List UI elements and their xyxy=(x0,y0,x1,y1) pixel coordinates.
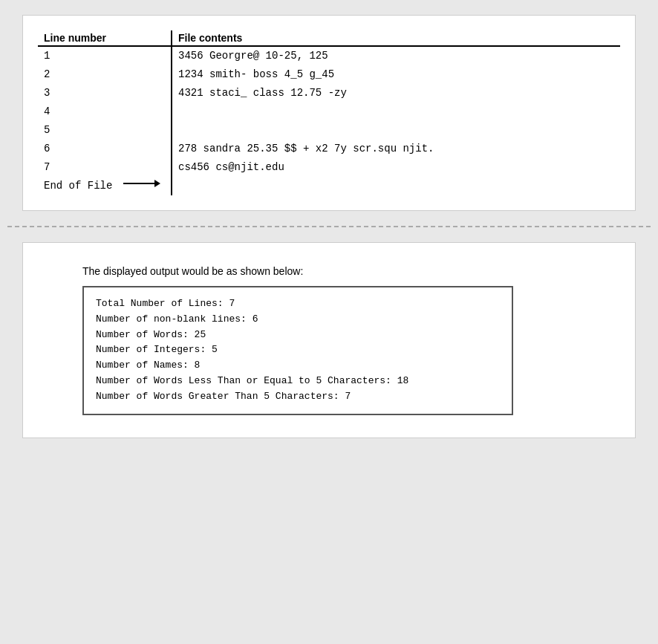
line-number-cell: 1 xyxy=(38,46,172,65)
output-line: Number of Integers: 5 xyxy=(96,342,500,358)
table-row: 21234 smith- boss 4_5 g_45 xyxy=(38,65,620,84)
file-content-cell: 278 sandra 25.35 $$ + x2 7y scr.squ njit… xyxy=(172,140,620,158)
output-line: Number of Words Greater Than 5 Character… xyxy=(96,389,500,405)
file-content-cell: 4321 staci_ class 12.75 -zy xyxy=(172,84,620,103)
file-viewer-panel: Line number File contents 13456 Georgre@… xyxy=(22,15,636,211)
arrow-icon xyxy=(123,178,160,189)
line-number-cell: 7 xyxy=(38,158,172,177)
file-content-cell xyxy=(172,121,620,140)
line-number-cell: 3 xyxy=(38,84,172,103)
file-content-cell: 1234 smith- boss 4_5 g_45 xyxy=(172,65,620,84)
table-row: 5 xyxy=(38,121,620,140)
output-label: The displayed output would be as shown b… xyxy=(82,265,620,277)
table-row: 34321 staci_ class 12.75 -zy xyxy=(38,84,620,103)
output-line: Total Number of Lines: 7 xyxy=(96,296,500,312)
table-row: 7cs456 cs@njit.edu xyxy=(38,158,620,177)
output-box: Total Number of Lines: 7Number of non-bl… xyxy=(82,286,513,415)
output-line: Number of non-blank lines: 6 xyxy=(96,312,500,328)
file-content-cell: cs456 cs@njit.edu xyxy=(172,158,620,177)
section-divider xyxy=(7,226,651,227)
output-line: Number of Words: 25 xyxy=(96,328,500,343)
output-line: Number of Words Less Than or Equal to 5 … xyxy=(96,374,500,389)
output-line: Number of Names: 8 xyxy=(96,358,500,374)
line-number-cell: End of File xyxy=(38,177,172,195)
file-content-cell xyxy=(172,103,620,121)
line-number-header: Line number xyxy=(38,30,172,46)
table-row: End of File xyxy=(38,177,620,195)
line-number-cell: 5 xyxy=(38,121,172,140)
line-number-cell: 4 xyxy=(38,103,172,121)
file-contents-header: File contents xyxy=(172,30,620,46)
table-row: 6278 sandra 25.35 $$ + x2 7y scr.squ nji… xyxy=(38,140,620,158)
output-panel: The displayed output would be as shown b… xyxy=(22,242,636,438)
line-number-cell: 6 xyxy=(38,140,172,158)
file-table: Line number File contents 13456 Georgre@… xyxy=(38,30,620,195)
table-row: 13456 Georgre@ 10-25, 125 xyxy=(38,46,620,65)
line-number-cell: 2 xyxy=(38,65,172,84)
svg-marker-1 xyxy=(154,180,160,187)
table-row: 4 xyxy=(38,103,620,121)
file-content-cell: 3456 Georgre@ 10-25, 125 xyxy=(172,46,620,65)
file-content-cell xyxy=(172,177,620,195)
end-of-file-label: End of File xyxy=(44,180,112,192)
